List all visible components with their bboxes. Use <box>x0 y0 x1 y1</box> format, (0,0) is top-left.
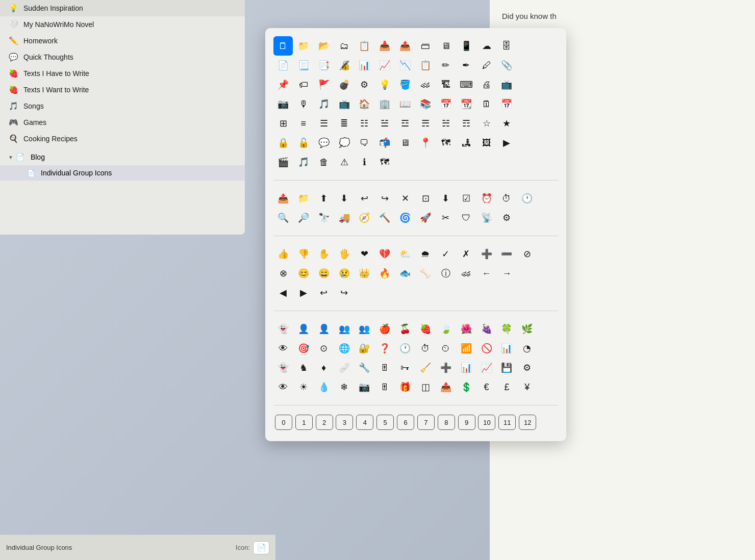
icon-cell-tv[interactable]: 📺 <box>497 75 516 94</box>
icon-cell-x-square[interactable]: ✕ <box>395 189 415 208</box>
icon-cell-thumbs-down[interactable]: 👎 <box>294 244 313 264</box>
icon-cell-download[interactable]: ⬇ <box>436 189 456 208</box>
icon-cell-warning[interactable]: ⚠ <box>335 152 354 172</box>
icon-cell-heart[interactable]: ❤ <box>355 244 374 264</box>
icon-cell-hand-up[interactable]: ✋ <box>314 244 334 264</box>
icon-cell-chart-down[interactable]: 📉 <box>395 56 415 75</box>
sidebar-item-cooking[interactable]: 🍳 Cooking Recipes <box>0 131 245 147</box>
icon-cell-num-1[interactable]: 1 <box>295 415 313 430</box>
icon-cell-num-4[interactable]: 4 <box>356 415 373 430</box>
icon-cell-crown[interactable]: 👑 <box>355 264 374 283</box>
icon-cell-desktop[interactable]: 🖥 <box>436 36 456 56</box>
icon-cell-list-9[interactable]: ☶ <box>457 114 476 133</box>
icon-cell-landscape[interactable]: 🏞 <box>457 133 476 152</box>
icon-cell-binoculars[interactable]: 🔭 <box>314 208 334 227</box>
icon-cell-map[interactable]: 🗺 <box>436 133 456 152</box>
icon-cell-page[interactable]: 📄 <box>273 56 293 75</box>
icon-cell-printer[interactable]: 🖨 <box>477 75 496 94</box>
icon-cell-display-doc[interactable]: 🖥 <box>395 133 415 152</box>
icon-cell-list-5[interactable]: ☱ <box>375 114 394 133</box>
sidebar-item-sudden-inspiration[interactable]: 💡 Sudden Inspiration <box>0 0 245 16</box>
icon-cell-yen[interactable]: ¥ <box>517 377 537 397</box>
icon-cell-chat-bubble-2[interactable]: 💭 <box>335 133 354 152</box>
icon-cell-lock-open[interactable]: 🔓 <box>294 133 313 152</box>
icon-cell-mic[interactable]: 🎙 <box>294 94 313 114</box>
icon-cell-alarm[interactable]: ⏰ <box>477 189 496 208</box>
icon-cell-drop[interactable]: 💧 <box>314 377 334 397</box>
icon-cell-speedometer[interactable]: 🏎 <box>457 264 476 283</box>
icon-cell-key[interactable]: 🗝 <box>395 358 415 377</box>
icon-cell-padlock-round[interactable]: 🔐 <box>355 339 374 358</box>
icon-cell-clock[interactable]: 🕐 <box>517 189 537 208</box>
icon-cell-people-2[interactable]: 👥 <box>355 319 374 339</box>
icon-cell-pen[interactable]: 🖊 <box>477 56 496 75</box>
icon-cell-folder-open[interactable]: 📂 <box>314 36 334 56</box>
icon-cell-bandaid[interactable]: 🩹 <box>335 358 354 377</box>
icon-cell-plus-sign[interactable]: ➕ <box>436 358 456 377</box>
icon-cell-card-box[interactable]: 🗃 <box>416 36 435 56</box>
icon-cell-rain[interactable]: 🌧 <box>416 244 435 264</box>
icon-cell-sad[interactable]: 😢 <box>335 264 354 283</box>
icon-cell-num-0[interactable]: 0 <box>275 415 292 430</box>
icon-cell-upload-tray[interactable]: 📤 <box>436 377 456 397</box>
icon-cell-grapes[interactable]: 🍇 <box>477 319 496 339</box>
icon-cell-flame[interactable]: 🔥 <box>375 264 394 283</box>
icon-cell-bar-chart-2[interactable]: 📊 <box>457 358 476 377</box>
icon-cell-thumbs-up[interactable]: 👍 <box>273 244 293 264</box>
icon-cell-film[interactable]: 🎬 <box>273 152 293 172</box>
icon-cell-server[interactable]: 🗄 <box>497 36 516 56</box>
sidebar-item-nanowrimo[interactable]: 🤍 My NaNoWriMo Novel <box>0 16 245 33</box>
icon-cell-play[interactable]: ▶ <box>497 133 516 152</box>
icon-cell-num-8[interactable]: 8 <box>438 415 455 430</box>
icon-cell-chart-up[interactable]: 📈 <box>375 56 394 75</box>
icon-cell-cal-31[interactable]: 📅 <box>497 94 516 114</box>
icon-cell-person-1[interactable]: 👤 <box>294 319 313 339</box>
icon-cell-settings-circle[interactable]: ⚙ <box>517 358 537 377</box>
icon-cell-num-5[interactable]: 5 <box>376 415 394 430</box>
sidebar-group-blog-header[interactable]: ▼ 📄 Blog <box>0 149 245 165</box>
icon-cell-pie-chart[interactable]: 📊 <box>497 339 516 358</box>
icon-cell-shield[interactable]: 🛡 <box>457 208 476 227</box>
icon-cell-fish[interactable]: 🐟 <box>395 264 415 283</box>
sidebar-item-individual-group-icons[interactable]: 📄 Individual Group Icons <box>0 165 245 181</box>
icon-cell-hand-down[interactable]: 🖐 <box>335 244 354 264</box>
icon-cell-circle-i[interactable]: ⓘ <box>436 264 456 283</box>
icon-cell-bomb[interactable]: 💣 <box>335 75 354 94</box>
icon-cell-pound[interactable]: £ <box>497 377 516 397</box>
icon-cell-clipboard[interactable]: 📋 <box>416 56 435 75</box>
sidebar-item-quick-thoughts[interactable]: 💬 Quick Thoughts <box>0 49 245 65</box>
icon-cell-scroll[interactable]: 📃 <box>294 56 313 75</box>
sidebar-item-songs[interactable]: 🎵 Songs <box>0 98 245 114</box>
icon-cell-chat-bubble-3[interactable]: 🗨 <box>355 133 374 152</box>
icon-cell-building[interactable]: 🏢 <box>375 94 394 114</box>
icon-cell-smile[interactable]: 😊 <box>294 264 313 283</box>
icon-cell-flag[interactable]: 🚩 <box>314 75 334 94</box>
icon-cell-exit[interactable]: ↪ <box>375 189 394 208</box>
icon-cell-info[interactable]: ℹ <box>355 152 374 172</box>
icon-cell-envelope[interactable]: 📬 <box>375 133 394 152</box>
icon-cell-chess[interactable]: ♞ <box>294 358 313 377</box>
icon-cell-books[interactable]: 📚 <box>416 94 435 114</box>
icon-cell-gear-2[interactable]: ⚙ <box>497 208 516 227</box>
icon-cell-globe[interactable]: 🌐 <box>335 339 354 358</box>
icon-cell-wifi[interactable]: 📶 <box>457 339 476 358</box>
icon-cell-strawberry[interactable]: 🍓 <box>416 319 435 339</box>
icon-cell-floppy[interactable]: 💾 <box>497 358 516 377</box>
icon-cell-file-cabinet[interactable]: 🗂 <box>335 36 354 56</box>
icon-cell-tag[interactable]: 🏷 <box>294 75 313 94</box>
icon-cell-grid[interactable]: ⊞ <box>273 114 293 133</box>
icon-cell-new-folder[interactable]: 📁 <box>294 189 313 208</box>
icon-cell-trash[interactable]: 🗑 <box>314 152 334 172</box>
icon-cell-flower[interactable]: 🌺 <box>457 319 476 339</box>
icon-cell-folder[interactable]: 📁 <box>294 36 313 56</box>
icon-cell-people[interactable]: 👥 <box>335 319 354 339</box>
icon-cell-num-7[interactable]: 7 <box>417 415 435 430</box>
icon-cell-eye[interactable]: 👁 <box>273 339 293 358</box>
icon-cell-bar-chart-3[interactable]: 📈 <box>477 358 496 377</box>
icon-cell-stopwatch[interactable]: ⏱ <box>497 189 516 208</box>
icon-cell-keyboard[interactable]: ⌨ <box>457 75 476 94</box>
icon-cell-wifi-block[interactable]: 📡 <box>477 208 496 227</box>
icon-cell-locked-doc[interactable]: 🔏 <box>335 56 354 75</box>
icon-cell-search-plus[interactable]: 🔎 <box>294 208 313 227</box>
icon-cell-doc-selected[interactable]: 🗒 <box>273 36 293 56</box>
